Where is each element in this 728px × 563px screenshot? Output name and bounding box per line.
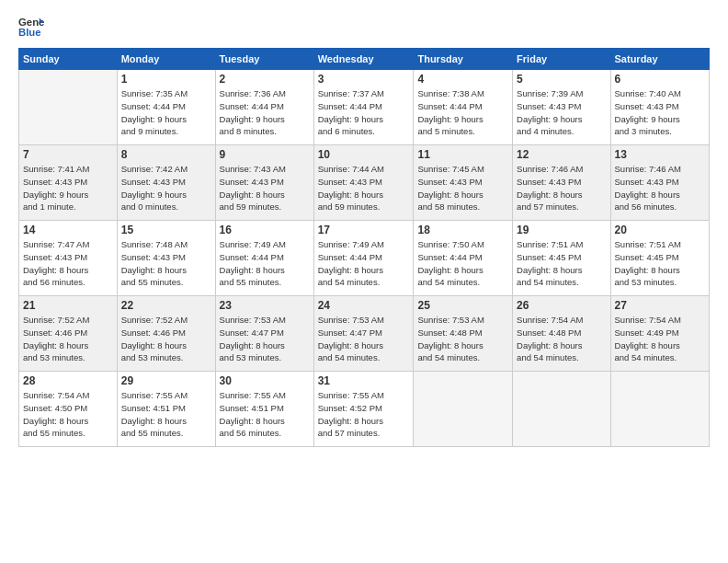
day-number: 1 — [121, 73, 211, 86]
calendar-cell: 16Sunrise: 7:49 AM Sunset: 4:44 PM Dayli… — [215, 221, 313, 296]
day-number: 27 — [615, 299, 705, 312]
calendar-cell: 17Sunrise: 7:49 AM Sunset: 4:44 PM Dayli… — [313, 221, 414, 296]
day-info: Sunrise: 7:48 AM Sunset: 4:43 PM Dayligh… — [121, 238, 211, 289]
day-header-saturday: Saturday — [610, 49, 709, 70]
week-row-3: 14Sunrise: 7:47 AM Sunset: 4:43 PM Dayli… — [19, 221, 710, 296]
day-info: Sunrise: 7:52 AM Sunset: 4:46 PM Dayligh… — [121, 314, 211, 364]
calendar-cell — [513, 372, 610, 447]
calendar-cell: 21Sunrise: 7:52 AM Sunset: 4:46 PM Dayli… — [19, 296, 118, 372]
day-info: Sunrise: 7:52 AM Sunset: 4:46 PM Dayligh… — [23, 314, 113, 364]
day-info: Sunrise: 7:41 AM Sunset: 4:43 PM Dayligh… — [23, 163, 113, 213]
day-number: 2 — [220, 73, 310, 86]
day-info: Sunrise: 7:53 AM Sunset: 4:47 PM Dayligh… — [220, 314, 310, 364]
calendar-cell: 2Sunrise: 7:36 AM Sunset: 4:44 PM Daylig… — [215, 70, 313, 145]
day-number: 14 — [23, 224, 113, 236]
calendar-cell — [414, 372, 513, 447]
calendar-cell: 1Sunrise: 7:35 AM Sunset: 4:44 PM Daylig… — [117, 70, 215, 145]
day-number: 20 — [615, 224, 705, 236]
day-number: 29 — [121, 374, 211, 387]
day-header-tuesday: Tuesday — [215, 49, 313, 70]
day-number: 3 — [318, 73, 410, 86]
day-number: 19 — [517, 224, 606, 236]
day-number: 5 — [517, 73, 606, 86]
calendar-cell: 13Sunrise: 7:46 AM Sunset: 4:43 PM Dayli… — [610, 145, 709, 221]
page: General Blue SundayMondayTuesdayWednesda… — [0, 0, 728, 563]
logo-icon: General Blue — [18, 15, 44, 40]
calendar-cell: 11Sunrise: 7:45 AM Sunset: 4:43 PM Dayli… — [414, 145, 513, 221]
day-info: Sunrise: 7:51 AM Sunset: 4:45 PM Dayligh… — [615, 238, 705, 289]
day-number: 26 — [517, 299, 606, 312]
header-row: SundayMondayTuesdayWednesdayThursdayFrid… — [19, 49, 710, 70]
calendar-cell: 28Sunrise: 7:54 AM Sunset: 4:50 PM Dayli… — [19, 372, 118, 447]
day-info: Sunrise: 7:53 AM Sunset: 4:48 PM Dayligh… — [417, 314, 508, 364]
day-info: Sunrise: 7:42 AM Sunset: 4:43 PM Dayligh… — [121, 163, 211, 213]
calendar-cell: 23Sunrise: 7:53 AM Sunset: 4:47 PM Dayli… — [215, 296, 313, 372]
day-info: Sunrise: 7:49 AM Sunset: 4:44 PM Dayligh… — [318, 238, 410, 289]
svg-text:Blue: Blue — [18, 27, 41, 38]
day-info: Sunrise: 7:55 AM Sunset: 4:52 PM Dayligh… — [318, 389, 410, 440]
day-number: 16 — [220, 224, 310, 236]
logo: General Blue — [18, 15, 50, 40]
day-info: Sunrise: 7:55 AM Sunset: 4:51 PM Dayligh… — [220, 389, 310, 440]
day-number: 31 — [318, 374, 410, 387]
day-info: Sunrise: 7:45 AM Sunset: 4:43 PM Dayligh… — [417, 163, 508, 213]
calendar-cell: 4Sunrise: 7:38 AM Sunset: 4:44 PM Daylig… — [414, 70, 513, 145]
day-info: Sunrise: 7:51 AM Sunset: 4:45 PM Dayligh… — [517, 238, 606, 289]
calendar-cell: 19Sunrise: 7:51 AM Sunset: 4:45 PM Dayli… — [513, 221, 610, 296]
day-info: Sunrise: 7:39 AM Sunset: 4:43 PM Dayligh… — [517, 87, 606, 138]
day-number: 17 — [318, 224, 410, 236]
week-row-5: 28Sunrise: 7:54 AM Sunset: 4:50 PM Dayli… — [19, 372, 710, 447]
week-row-4: 21Sunrise: 7:52 AM Sunset: 4:46 PM Dayli… — [19, 296, 710, 372]
calendar-cell: 10Sunrise: 7:44 AM Sunset: 4:43 PM Dayli… — [313, 145, 414, 221]
day-header-sunday: Sunday — [19, 49, 118, 70]
day-header-friday: Friday — [513, 49, 610, 70]
calendar-cell: 15Sunrise: 7:48 AM Sunset: 4:43 PM Dayli… — [117, 221, 215, 296]
day-info: Sunrise: 7:44 AM Sunset: 4:43 PM Dayligh… — [318, 163, 410, 213]
calendar-cell — [19, 70, 118, 145]
day-number: 30 — [220, 374, 310, 387]
day-number: 13 — [615, 148, 705, 161]
day-header-wednesday: Wednesday — [313, 49, 414, 70]
day-info: Sunrise: 7:36 AM Sunset: 4:44 PM Dayligh… — [220, 87, 310, 138]
calendar-cell: 29Sunrise: 7:55 AM Sunset: 4:51 PM Dayli… — [117, 372, 215, 447]
calendar-cell: 25Sunrise: 7:53 AM Sunset: 4:48 PM Dayli… — [414, 296, 513, 372]
day-header-thursday: Thursday — [414, 49, 513, 70]
calendar-cell: 7Sunrise: 7:41 AM Sunset: 4:43 PM Daylig… — [19, 145, 118, 221]
day-info: Sunrise: 7:46 AM Sunset: 4:43 PM Dayligh… — [615, 163, 705, 213]
calendar-cell: 24Sunrise: 7:53 AM Sunset: 4:47 PM Dayli… — [313, 296, 414, 372]
calendar-cell: 5Sunrise: 7:39 AM Sunset: 4:43 PM Daylig… — [513, 70, 610, 145]
day-info: Sunrise: 7:54 AM Sunset: 4:49 PM Dayligh… — [615, 314, 705, 364]
day-number: 24 — [318, 299, 410, 312]
calendar-cell: 3Sunrise: 7:37 AM Sunset: 4:44 PM Daylig… — [313, 70, 414, 145]
calendar-cell: 12Sunrise: 7:46 AM Sunset: 4:43 PM Dayli… — [513, 145, 610, 221]
day-number: 15 — [121, 224, 211, 236]
calendar-cell — [610, 372, 709, 447]
calendar-cell: 26Sunrise: 7:54 AM Sunset: 4:48 PM Dayli… — [513, 296, 610, 372]
calendar-cell: 31Sunrise: 7:55 AM Sunset: 4:52 PM Dayli… — [313, 372, 414, 447]
day-number: 10 — [318, 148, 410, 161]
day-info: Sunrise: 7:54 AM Sunset: 4:48 PM Dayligh… — [517, 314, 606, 364]
day-number: 22 — [121, 299, 211, 312]
day-number: 21 — [23, 299, 113, 312]
week-row-2: 7Sunrise: 7:41 AM Sunset: 4:43 PM Daylig… — [19, 145, 710, 221]
day-number: 8 — [121, 148, 211, 161]
calendar-cell: 27Sunrise: 7:54 AM Sunset: 4:49 PM Dayli… — [610, 296, 709, 372]
day-number: 4 — [417, 73, 508, 86]
day-number: 25 — [417, 299, 508, 312]
day-header-monday: Monday — [117, 49, 215, 70]
calendar-cell: 8Sunrise: 7:42 AM Sunset: 4:43 PM Daylig… — [117, 145, 215, 221]
day-info: Sunrise: 7:40 AM Sunset: 4:43 PM Dayligh… — [615, 87, 705, 138]
day-info: Sunrise: 7:43 AM Sunset: 4:43 PM Dayligh… — [220, 163, 310, 213]
day-info: Sunrise: 7:55 AM Sunset: 4:51 PM Dayligh… — [121, 389, 211, 440]
day-info: Sunrise: 7:37 AM Sunset: 4:44 PM Dayligh… — [318, 87, 410, 138]
day-info: Sunrise: 7:50 AM Sunset: 4:44 PM Dayligh… — [417, 238, 508, 289]
day-info: Sunrise: 7:49 AM Sunset: 4:44 PM Dayligh… — [220, 238, 310, 289]
day-number: 11 — [417, 148, 508, 161]
calendar-cell: 22Sunrise: 7:52 AM Sunset: 4:46 PM Dayli… — [117, 296, 215, 372]
calendar-cell: 30Sunrise: 7:55 AM Sunset: 4:51 PM Dayli… — [215, 372, 313, 447]
calendar-cell: 9Sunrise: 7:43 AM Sunset: 4:43 PM Daylig… — [215, 145, 313, 221]
day-info: Sunrise: 7:53 AM Sunset: 4:47 PM Dayligh… — [318, 314, 410, 364]
calendar-cell: 6Sunrise: 7:40 AM Sunset: 4:43 PM Daylig… — [610, 70, 709, 145]
day-info: Sunrise: 7:46 AM Sunset: 4:43 PM Dayligh… — [517, 163, 606, 213]
week-row-1: 1Sunrise: 7:35 AM Sunset: 4:44 PM Daylig… — [19, 70, 710, 145]
